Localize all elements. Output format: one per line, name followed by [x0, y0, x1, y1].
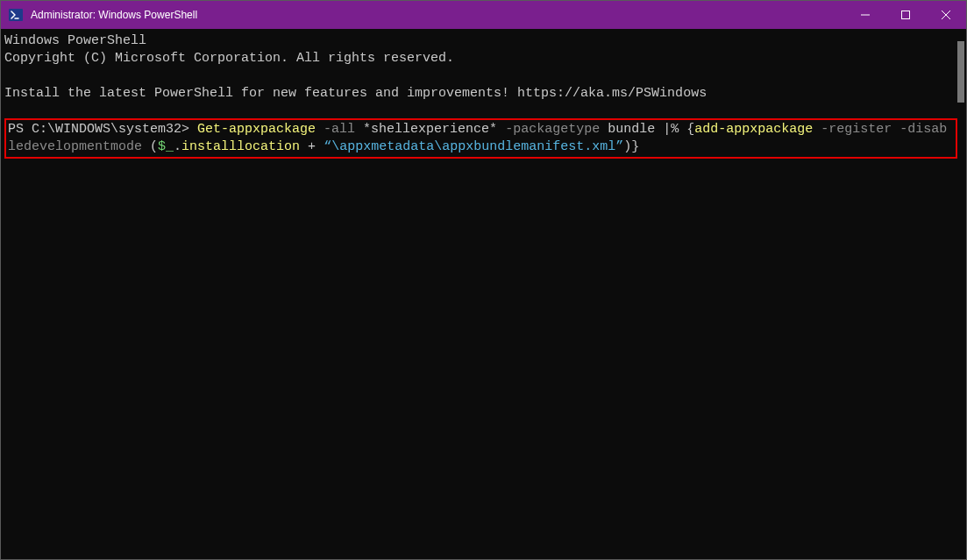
property: installlocation — [181, 139, 300, 154]
highlighted-command: PS C:\WINDOWS\system32> Get-appxpackage … — [4, 118, 957, 159]
cmdlet-get: Get-appxpackage — [197, 122, 316, 137]
value-shellexperience: *shellexperience* — [363, 122, 497, 137]
powershell-window: Administrator: Windows PowerShell Window… — [0, 0, 967, 560]
dot: . — [174, 139, 181, 154]
string-literal: “\appxmetadata\appxbundlemanifest.xml” — [324, 139, 623, 154]
pipe-foreach: |% { — [663, 122, 694, 137]
install-msg-line: Install the latest PowerShell for new fe… — [4, 85, 966, 103]
window-title: Administrator: Windows PowerShell — [31, 9, 845, 21]
close-button[interactable] — [926, 1, 966, 29]
svg-rect-0 — [9, 9, 23, 21]
close-paren-brace: )} — [623, 139, 639, 154]
param-register: -register — [813, 122, 899, 137]
banner-line: Windows PowerShell — [4, 32, 966, 50]
terminal-content[interactable]: Windows PowerShell Copyright (C) Microso… — [1, 29, 966, 559]
plus: + — [300, 139, 324, 154]
copyright-line: Copyright (C) Microsoft Corporation. All… — [4, 50, 966, 67]
titlebar[interactable]: Administrator: Windows PowerShell — [1, 1, 966, 29]
blank-line — [4, 67, 966, 85]
cmdlet-add: add-appxpackage — [694, 122, 813, 137]
blank-line — [4, 103, 966, 120]
param-packagetype: -packagetype — [497, 122, 608, 137]
param-all: -all — [316, 122, 363, 137]
powershell-icon — [8, 7, 24, 23]
command-line: PS C:\WINDOWS\system32> Get-appxpackage … — [8, 121, 954, 156]
window-controls — [845, 1, 966, 29]
prompt-text: PS C:\WINDOWS\system32> — [8, 122, 197, 137]
variable: $_ — [158, 139, 174, 154]
open-paren: ( — [150, 139, 158, 154]
minimize-button[interactable] — [845, 1, 885, 29]
value-bundle: bundle — [608, 122, 663, 137]
svg-rect-3 — [902, 11, 910, 19]
scrollbar-thumb[interactable] — [957, 41, 964, 103]
maximize-button[interactable] — [885, 1, 926, 29]
